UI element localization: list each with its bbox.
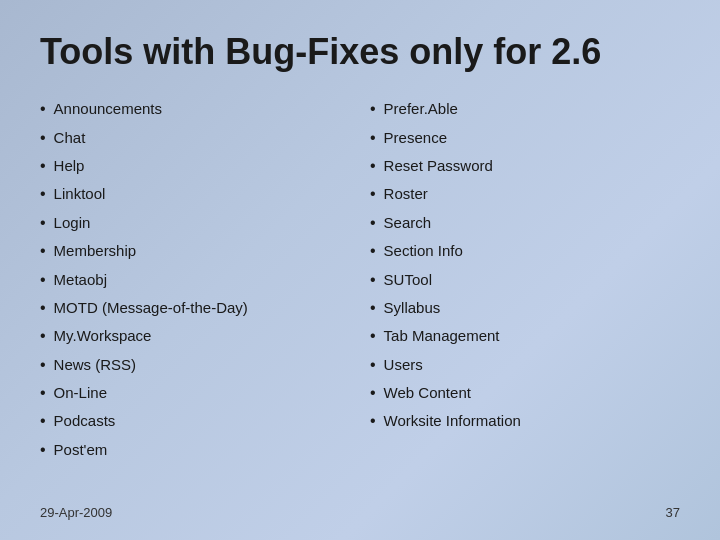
bullet-dot: • bbox=[370, 212, 376, 234]
item-text: Prefer.Able bbox=[384, 98, 458, 119]
list-item: •Metaobj bbox=[40, 269, 350, 291]
item-text: Tab Management bbox=[384, 325, 500, 346]
list-item: •Prefer.Able bbox=[370, 98, 680, 120]
item-text: Login bbox=[54, 212, 91, 233]
item-text: Metaobj bbox=[54, 269, 107, 290]
item-text: Announcements bbox=[54, 98, 162, 119]
bullet-dot: • bbox=[370, 155, 376, 177]
footer: 29-Apr-2009 37 bbox=[40, 495, 680, 520]
list-item: •Membership bbox=[40, 240, 350, 262]
item-text: On-Line bbox=[54, 382, 107, 403]
list-item: •Announcements bbox=[40, 98, 350, 120]
slide-title: Tools with Bug-Fixes only for 2.6 bbox=[40, 30, 680, 73]
list-item: •MOTD (Message-of-the-Day) bbox=[40, 297, 350, 319]
list-item: •My.Workspace bbox=[40, 325, 350, 347]
list-item: •Linktool bbox=[40, 183, 350, 205]
list-item: •On-Line bbox=[40, 382, 350, 404]
list-item: •Post'em bbox=[40, 439, 350, 461]
list-item: •News (RSS) bbox=[40, 354, 350, 376]
list-item: •Section Info bbox=[370, 240, 680, 262]
list-item: •Help bbox=[40, 155, 350, 177]
item-text: Presence bbox=[384, 127, 447, 148]
bullet-dot: • bbox=[40, 382, 46, 404]
item-text: Membership bbox=[54, 240, 137, 261]
list-item: •Chat bbox=[40, 127, 350, 149]
list-item: •Users bbox=[370, 354, 680, 376]
bullet-dot: • bbox=[40, 354, 46, 376]
item-text: Users bbox=[384, 354, 423, 375]
item-text: Podcasts bbox=[54, 410, 116, 431]
item-text: SUTool bbox=[384, 269, 432, 290]
bullet-dot: • bbox=[370, 382, 376, 404]
bullet-dot: • bbox=[370, 269, 376, 291]
list-item: •Presence bbox=[370, 127, 680, 149]
bullet-dot: • bbox=[40, 240, 46, 262]
item-text: Section Info bbox=[384, 240, 463, 261]
list-item: •Search bbox=[370, 212, 680, 234]
list-item: •Podcasts bbox=[40, 410, 350, 432]
bullet-dot: • bbox=[40, 98, 46, 120]
right-bullet-list: •Prefer.Able•Presence•Reset Password•Ros… bbox=[370, 98, 680, 439]
item-text: Syllabus bbox=[384, 297, 441, 318]
item-text: My.Workspace bbox=[54, 325, 152, 346]
right-column: •Prefer.Able•Presence•Reset Password•Ros… bbox=[370, 98, 680, 490]
bullet-dot: • bbox=[370, 240, 376, 262]
bullet-dot: • bbox=[40, 269, 46, 291]
content-area: •Announcements•Chat•Help•Linktool•Login•… bbox=[40, 98, 680, 490]
left-bullet-list: •Announcements•Chat•Help•Linktool•Login•… bbox=[40, 98, 350, 467]
item-text: Chat bbox=[54, 127, 86, 148]
list-item: •SUTool bbox=[370, 269, 680, 291]
item-text: News (RSS) bbox=[54, 354, 137, 375]
list-item: •Roster bbox=[370, 183, 680, 205]
bullet-dot: • bbox=[40, 127, 46, 149]
item-text: MOTD (Message-of-the-Day) bbox=[54, 297, 248, 318]
bullet-dot: • bbox=[40, 410, 46, 432]
footer-date: 29-Apr-2009 bbox=[40, 505, 112, 520]
item-text: Web Content bbox=[384, 382, 471, 403]
bullet-dot: • bbox=[370, 410, 376, 432]
list-item: •Worksite Information bbox=[370, 410, 680, 432]
bullet-dot: • bbox=[40, 155, 46, 177]
list-item: •Tab Management bbox=[370, 325, 680, 347]
item-text: Roster bbox=[384, 183, 428, 204]
item-text: Post'em bbox=[54, 439, 108, 460]
bullet-dot: • bbox=[370, 98, 376, 120]
bullet-dot: • bbox=[370, 183, 376, 205]
bullet-dot: • bbox=[370, 325, 376, 347]
footer-page: 37 bbox=[666, 505, 680, 520]
slide: Tools with Bug-Fixes only for 2.6 •Annou… bbox=[0, 0, 720, 540]
item-text: Worksite Information bbox=[384, 410, 521, 431]
list-item: •Web Content bbox=[370, 382, 680, 404]
list-item: •Reset Password bbox=[370, 155, 680, 177]
list-item: •Syllabus bbox=[370, 297, 680, 319]
bullet-dot: • bbox=[370, 297, 376, 319]
bullet-dot: • bbox=[40, 325, 46, 347]
item-text: Search bbox=[384, 212, 432, 233]
list-item: •Login bbox=[40, 212, 350, 234]
bullet-dot: • bbox=[40, 439, 46, 461]
bullet-dot: • bbox=[370, 354, 376, 376]
bullet-dot: • bbox=[40, 297, 46, 319]
item-text: Help bbox=[54, 155, 85, 176]
bullet-dot: • bbox=[370, 127, 376, 149]
item-text: Linktool bbox=[54, 183, 106, 204]
bullet-dot: • bbox=[40, 212, 46, 234]
item-text: Reset Password bbox=[384, 155, 493, 176]
bullet-dot: • bbox=[40, 183, 46, 205]
left-column: •Announcements•Chat•Help•Linktool•Login•… bbox=[40, 98, 350, 490]
